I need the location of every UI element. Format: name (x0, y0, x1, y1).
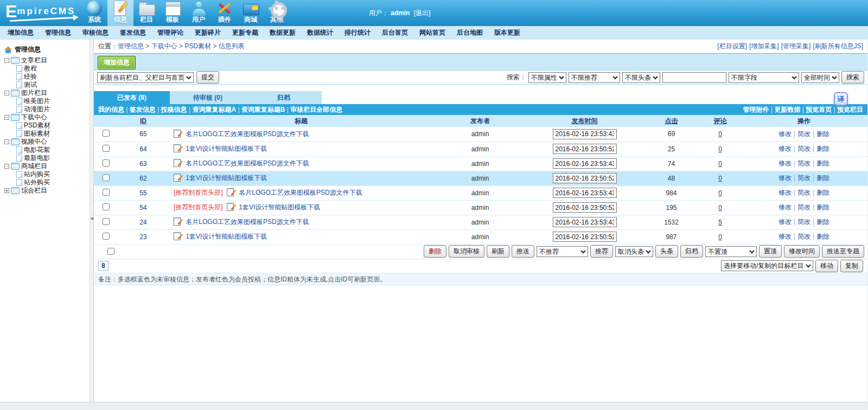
publish-time-input[interactable] (553, 173, 617, 183)
row-id-link[interactable]: 65 (139, 130, 146, 138)
header-time-sort-link[interactable]: 发布时间 (572, 117, 598, 125)
batch-button[interactable]: 归档 (680, 245, 703, 258)
collapse-toggle-icon[interactable]: - (4, 164, 9, 169)
row-title-link[interactable]: 名片LOGO工艺效果图模板PSD源文件下载 (186, 218, 309, 226)
toolbar-link[interactable]: 我的信息 (98, 106, 130, 113)
op-modify-link[interactable]: 修改 (778, 189, 792, 196)
topnav-item[interactable]: 插件 (212, 0, 238, 26)
status-tab[interactable]: 已发布 (8) (94, 91, 170, 104)
op-delete-link[interactable]: 删除 (816, 130, 829, 138)
menu-link[interactable]: 审核信息 (82, 28, 108, 37)
row-id-link[interactable]: 64 (139, 145, 146, 153)
op-modify-link[interactable]: 修改 (778, 130, 792, 138)
collapse-toggle-icon[interactable]: - (4, 58, 9, 63)
submit-button[interactable]: 提交 (196, 71, 219, 84)
toolbar-link[interactable]: 查询重复标题B (241, 106, 290, 113)
select-all-checkbox[interactable] (107, 248, 114, 255)
tree-leaf[interactable]: 站外购买 (16, 178, 90, 187)
menu-link[interactable]: 管理信息 (45, 28, 71, 37)
tree-leaf[interactable]: 测试 (16, 81, 90, 89)
batch-button[interactable]: 刷新 (487, 245, 509, 258)
row-comments-link[interactable]: 0 (718, 204, 722, 212)
row-id-link[interactable]: 24 (139, 219, 146, 226)
quick-link[interactable]: [增加采集] (749, 42, 779, 50)
add-info-button[interactable]: 增加信息 (98, 56, 136, 69)
menu-link[interactable]: 排行统计 (344, 28, 371, 37)
row-comments-link[interactable]: 0 (718, 189, 722, 197)
expand-toggle-icon[interactable]: + (4, 188, 9, 193)
document-edit-icon[interactable] (227, 188, 234, 196)
status-tab[interactable]: 待审核 (0) (170, 91, 246, 104)
breadcrumb-link[interactable]: 下载中心 (151, 42, 185, 50)
batch-select[interactable]: 不推荐 (537, 246, 588, 257)
row-id-link[interactable]: 54 (139, 204, 146, 212)
op-delete-link[interactable]: 删除 (816, 203, 829, 211)
row-id-link[interactable]: 63 (139, 160, 146, 168)
row-title-link[interactable]: 名片LOGO工艺效果图模板PSD源文件下载 (186, 130, 309, 138)
menu-link[interactable]: 更新专题 (232, 28, 258, 37)
tree-leaf[interactable]: 站内购买 (16, 170, 90, 178)
horizontal-scrollbar-track[interactable] (0, 402, 868, 410)
row-checkbox[interactable] (103, 130, 110, 137)
op-quick-edit-link[interactable]: 简改 (797, 130, 810, 138)
row-title-link[interactable]: 名片LOGO工艺效果图模板PSD源文件下载 (186, 159, 309, 167)
op-quick-edit-link[interactable]: 简改 (797, 174, 810, 182)
header-id-sort-link[interactable]: ID (140, 117, 146, 125)
row-title-link[interactable]: 1套VI设计智能贴图模板下载 (186, 233, 267, 240)
menu-link[interactable]: 数据更新 (270, 28, 296, 37)
row-checkbox[interactable] (103, 189, 110, 196)
breadcrumb-link[interactable]: PSD素材 (184, 42, 218, 50)
op-delete-link[interactable]: 删除 (816, 218, 829, 226)
row-comments-link[interactable]: 0 (718, 233, 722, 241)
row-checkbox[interactable] (103, 218, 110, 225)
tree-leaf[interactable]: 经验 (16, 73, 90, 81)
toolbar-link[interactable]: 签发信息 (130, 106, 161, 113)
collapse-toggle-icon[interactable]: - (4, 91, 9, 95)
row-title-link[interactable]: 1套VI设计智能贴图模板下载 (239, 203, 320, 211)
document-edit-icon[interactable] (174, 232, 181, 240)
menu-link[interactable]: 后台地图 (457, 28, 483, 37)
row-comments-link[interactable]: 0 (718, 160, 722, 168)
menu-link[interactable]: 后台首页 (382, 28, 408, 37)
page-number[interactable]: 8 (98, 261, 108, 271)
row-title-link[interactable]: 1套VI设计智能贴图模板下载 (186, 174, 267, 182)
op-modify-link[interactable]: 修改 (778, 233, 792, 240)
op-quick-edit-link[interactable]: 简改 (797, 145, 810, 152)
op-delete-link[interactable]: 删除 (816, 174, 829, 182)
move-button[interactable]: 移动 (815, 260, 838, 272)
menu-link[interactable]: 更新碎片 (195, 28, 221, 37)
batch-button[interactable]: 推荐 (590, 245, 613, 258)
document-edit-icon[interactable] (174, 217, 181, 226)
translate-float-button[interactable]: 译 (834, 92, 848, 106)
logout-link[interactable]: [退出] (414, 9, 431, 17)
row-checkbox[interactable] (103, 159, 110, 166)
search-recommend-select[interactable]: 不限推荐 (569, 72, 620, 83)
op-modify-link[interactable]: 修改 (778, 203, 792, 211)
publish-time-input[interactable] (553, 158, 617, 169)
row-id-link[interactable]: 23 (139, 233, 146, 241)
topnav-item[interactable]: 其他 (264, 0, 290, 26)
collapse-toggle-icon[interactable]: - (4, 139, 9, 144)
row-id-link[interactable]: 55 (139, 189, 146, 197)
publish-time-input[interactable] (553, 144, 617, 154)
op-delete-link[interactable]: 删除 (816, 233, 829, 240)
document-edit-icon[interactable] (227, 203, 234, 211)
publish-time-input[interactable] (553, 217, 617, 227)
document-edit-icon[interactable] (174, 159, 181, 167)
row-id-link[interactable]: 62 (139, 175, 146, 182)
refresh-scope-select[interactable]: 刷新当前栏目、父栏目与首页 (97, 72, 194, 83)
batch-button[interactable]: 取消审核 (449, 245, 484, 258)
op-delete-link[interactable]: 删除 (816, 189, 829, 196)
tree-branch[interactable]: +综合栏目 (4, 187, 90, 195)
row-checkbox[interactable] (103, 145, 110, 152)
menu-link[interactable]: 版本更新 (494, 28, 520, 37)
tree-branch[interactable]: -文章栏目 (4, 56, 90, 65)
batch-button[interactable]: 推送至专题 (822, 245, 864, 258)
op-quick-edit-link[interactable]: 简改 (797, 203, 810, 211)
quick-link[interactable]: [刷新所有信息JS] (813, 42, 863, 50)
search-button[interactable]: 搜索 (841, 71, 864, 84)
row-comments-link[interactable]: 0 (718, 145, 722, 153)
tree-leaf[interactable]: 电影花絮 (16, 146, 90, 154)
toolbar-link[interactable]: 预览首页 (806, 106, 837, 113)
status-tab[interactable]: 归档 (246, 91, 322, 104)
